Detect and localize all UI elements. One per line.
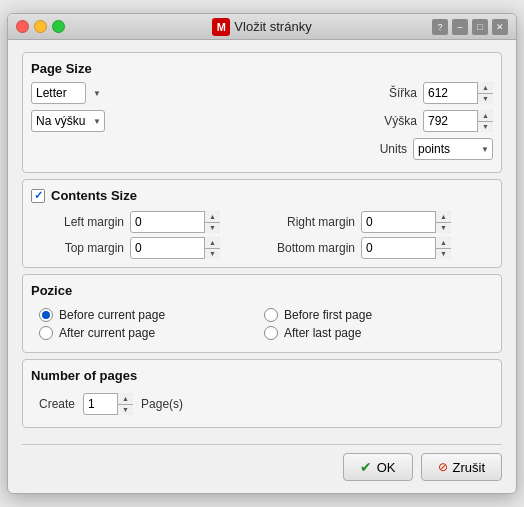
pozice-radio-grid: Before current page Before first page Af… — [31, 304, 493, 344]
contents-size-checkbox[interactable] — [31, 189, 45, 203]
right-margin-label: Right margin — [270, 215, 355, 229]
pages-count-down[interactable]: ▼ — [118, 405, 133, 416]
maximize-icon2[interactable]: □ — [472, 19, 488, 35]
bottom-margin-up[interactable]: ▲ — [436, 237, 451, 249]
height-row: Výška ▲ ▼ — [384, 110, 493, 132]
cancel-icon: ⊘ — [438, 460, 448, 474]
ok-button[interactable]: ✔ OK — [343, 453, 413, 481]
right-margin-spinner: ▲ ▼ — [361, 211, 451, 233]
page-size-label: Page Size — [31, 61, 493, 76]
bottom-margin-row: Bottom margin ▲ ▼ — [270, 237, 485, 259]
right-margin-up[interactable]: ▲ — [436, 211, 451, 223]
width-spinner: 612 ▲ ▼ — [423, 82, 493, 104]
left-margin-spinner: ▲ ▼ — [130, 211, 220, 233]
before-current-row: Before current page — [39, 308, 260, 322]
units-select[interactable]: points mm inches — [413, 138, 493, 160]
after-last-label: After last page — [284, 326, 361, 340]
pozice-section: Pozice Before current page Before first … — [22, 274, 502, 353]
page-size-section: Page Size Letter A4 A3 Legal Na výšku — [22, 52, 502, 173]
units-row: Units points mm inches — [380, 138, 493, 160]
left-margin-down[interactable]: ▼ — [205, 223, 220, 234]
ok-label: OK — [377, 460, 396, 475]
right-margin-row: Right margin ▲ ▼ — [270, 211, 485, 233]
window-title: M Vložit stránky — [212, 18, 311, 36]
left-margin-btns: ▲ ▼ — [204, 211, 220, 233]
left-margin-label: Left margin — [39, 215, 124, 229]
right-margin-down[interactable]: ▼ — [436, 223, 451, 234]
contents-size-label: Contents Size — [51, 188, 137, 203]
help-icon[interactable]: ? — [432, 19, 448, 35]
units-label: Units — [380, 142, 407, 156]
window-controls — [16, 20, 65, 33]
after-last-radio[interactable] — [264, 326, 278, 340]
height-down-button[interactable]: ▼ — [478, 122, 493, 133]
format-select[interactable]: Letter A4 A3 Legal — [31, 82, 86, 104]
pages-count-btns: ▲ ▼ — [117, 393, 133, 415]
pages-count-spinner: ▲ ▼ — [83, 393, 133, 415]
page-size-row: Letter A4 A3 Legal Na výšku Na šířku — [31, 82, 493, 160]
minimize-button[interactable] — [34, 20, 47, 33]
after-current-radio[interactable] — [39, 326, 53, 340]
width-down-button[interactable]: ▼ — [478, 94, 493, 105]
left-margin-row: Left margin ▲ ▼ — [39, 211, 254, 233]
close-icon2[interactable]: ✕ — [492, 19, 508, 35]
buttons-row: ✔ OK ⊘ Zrušit — [22, 444, 502, 481]
page-size-right: Šířka 612 ▲ ▼ Výška — [380, 82, 493, 160]
bottom-margin-label: Bottom margin — [270, 241, 355, 255]
height-spinner: ▲ ▼ — [423, 110, 493, 132]
top-margin-up[interactable]: ▲ — [205, 237, 220, 249]
titlebar-right: ? – □ ✕ — [432, 19, 508, 35]
cancel-label: Zrušit — [453, 460, 486, 475]
contents-header: Contents Size — [31, 188, 493, 203]
content-area: Page Size Letter A4 A3 Legal Na výšku — [8, 40, 516, 493]
top-margin-btns: ▲ ▼ — [204, 237, 220, 259]
top-margin-row: Top margin ▲ ▼ — [39, 237, 254, 259]
maximize-button[interactable] — [52, 20, 65, 33]
top-margin-spinner: ▲ ▼ — [130, 237, 220, 259]
before-current-label: Before current page — [59, 308, 165, 322]
contents-size-section: Contents Size Left margin ▲ ▼ Right marg… — [22, 179, 502, 268]
num-pages-row: Create ▲ ▼ Page(s) — [31, 389, 493, 419]
titlebar: M Vložit stránky ? – □ ✕ — [8, 14, 516, 40]
orientation-select-wrapper: Na výšku Na šířku — [31, 110, 105, 132]
top-margin-down[interactable]: ▼ — [205, 249, 220, 260]
top-margin-label: Top margin — [39, 241, 124, 255]
bottom-margin-btns: ▲ ▼ — [435, 237, 451, 259]
width-up-button[interactable]: ▲ — [478, 82, 493, 94]
right-margin-btns: ▲ ▼ — [435, 211, 451, 233]
left-margin-up[interactable]: ▲ — [205, 211, 220, 223]
before-first-label: Before first page — [284, 308, 372, 322]
width-label: Šířka — [389, 86, 417, 100]
orientation-select[interactable]: Na výšku Na šířku — [31, 110, 105, 132]
num-pages-section: Number of pages Create ▲ ▼ Page(s) — [22, 359, 502, 428]
page-size-left: Letter A4 A3 Legal Na výšku Na šířku — [31, 82, 105, 132]
before-first-row: Before first page — [264, 308, 485, 322]
main-window: M Vložit stránky ? – □ ✕ Page Size Lette… — [7, 13, 517, 494]
create-label: Create — [39, 397, 75, 411]
bottom-margin-spinner: ▲ ▼ — [361, 237, 451, 259]
pages-count-up[interactable]: ▲ — [118, 393, 133, 405]
format-select-wrapper: Letter A4 A3 Legal — [31, 82, 105, 104]
after-current-label: After current page — [59, 326, 155, 340]
ok-icon: ✔ — [360, 459, 372, 475]
app-logo: M — [212, 18, 230, 36]
units-select-wrapper: points mm inches — [413, 138, 493, 160]
cancel-button[interactable]: ⊘ Zrušit — [421, 453, 503, 481]
margins-grid: Left margin ▲ ▼ Right margin ▲ — [31, 211, 493, 259]
before-first-radio[interactable] — [264, 308, 278, 322]
height-label: Výška — [384, 114, 417, 128]
bottom-margin-down[interactable]: ▼ — [436, 249, 451, 260]
pozice-label: Pozice — [31, 283, 493, 298]
after-current-row: After current page — [39, 326, 260, 340]
after-last-row: After last page — [264, 326, 485, 340]
close-button[interactable] — [16, 20, 29, 33]
pages-label: Page(s) — [141, 397, 183, 411]
height-up-button[interactable]: ▲ — [478, 110, 493, 122]
num-pages-label: Number of pages — [31, 368, 493, 383]
height-spinner-btns: ▲ ▼ — [477, 110, 493, 132]
width-row: Šířka 612 ▲ ▼ — [389, 82, 493, 104]
minimize-icon2[interactable]: – — [452, 19, 468, 35]
width-spinner-btns: ▲ ▼ — [477, 82, 493, 104]
before-current-radio[interactable] — [39, 308, 53, 322]
